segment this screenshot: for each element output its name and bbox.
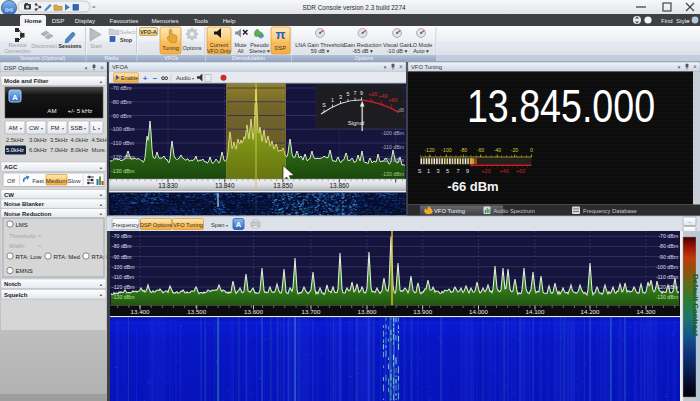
svg-text:VFOA: VFOA (112, 64, 128, 70)
svg-text:More.: More. (92, 147, 107, 153)
svg-text:DSP: DSP (275, 45, 287, 51)
svg-text:3.5kHz: 3.5kHz (50, 137, 68, 143)
svg-text:DSP Options: DSP Options (4, 65, 39, 71)
svg-text:Memories: Memories (151, 17, 178, 24)
svg-text:Auto ▾: Auto ▾ (413, 48, 429, 54)
svg-text:AM: AM (47, 107, 56, 114)
svg-text:+40: +40 (499, 168, 509, 174)
svg-text:▾: ▾ (62, 127, 64, 131)
svg-text:-60: -60 (477, 147, 485, 153)
svg-text:7: 7 (354, 90, 357, 96)
svg-text:13.840: 13.840 (215, 182, 235, 189)
svg-text:Select: Select (120, 29, 136, 35)
svg-text:−: − (153, 74, 158, 83)
svg-text:Default Contrast: Default Contrast (691, 274, 700, 337)
svg-text:5: 5 (446, 168, 449, 174)
svg-text:59 dB ▾: 59 dB ▾ (311, 48, 330, 54)
svg-text:Home: Home (24, 17, 42, 24)
svg-text:▾: ▾ (192, 76, 194, 81)
svg-text:VFO Tuning: VFO Tuning (434, 208, 465, 214)
svg-text:-80 dBm: -80 dBm (111, 99, 132, 105)
svg-text:-66 dBm: -66 dBm (447, 179, 498, 194)
svg-text:13.830: 13.830 (158, 182, 178, 189)
svg-text:Enable: Enable (121, 75, 138, 81)
svg-text:RTA: Low: RTA: Low (16, 254, 42, 260)
svg-text:Options: Options (183, 45, 202, 51)
svg-text:dB: dB (398, 107, 405, 113)
svg-text:3: 3 (436, 168, 439, 174)
svg-text:×: × (100, 64, 104, 71)
svg-text:RTA: Med: RTA: Med (54, 254, 80, 260)
svg-text:8.0kHz: 8.0kHz (70, 147, 88, 153)
svg-text:Medium: Medium (46, 178, 67, 184)
svg-text:SSB: SSB (70, 125, 82, 131)
svg-text:6.0kHz: 6.0kHz (29, 147, 47, 153)
svg-text:((o)): ((o)) (5, 7, 13, 12)
svg-text:DSP: DSP (52, 17, 65, 24)
svg-text:-110 dBm: -110 dBm (111, 140, 134, 146)
svg-text:S: S (322, 102, 326, 108)
svg-text:Display: Display (75, 17, 96, 24)
svg-text:Noise Reduction: Noise Reduction (4, 211, 52, 217)
svg-text:▾: ▾ (84, 127, 86, 131)
svg-text:-100: -100 (441, 147, 451, 153)
svg-text:9: 9 (360, 90, 363, 96)
svg-text:-100 dBm: -100 dBm (111, 126, 135, 132)
svg-text:Help: Help (223, 17, 236, 24)
svg-text:VFO-A: VFO-A (140, 29, 157, 35)
svg-text:Demodulation: Demodulation (232, 55, 265, 61)
svg-text:9: 9 (466, 168, 469, 174)
svg-text:-120 dBm: -120 dBm (656, 284, 679, 290)
svg-text:Width:: Width: (9, 243, 26, 249)
svg-text:-120: -120 (424, 147, 434, 153)
svg-text:LMS: LMS (16, 222, 28, 228)
svg-text:Network (Optional): Network (Optional) (20, 55, 65, 61)
svg-text:Signal: Signal (348, 120, 365, 126)
svg-text:4.5kH: 4.5kH (91, 137, 106, 143)
svg-text:-70 dBm: -70 dBm (111, 85, 132, 91)
svg-text:▾: ▾ (98, 127, 100, 131)
svg-text:Tools: Tools (194, 17, 208, 24)
svg-text:Squelch: Squelch (4, 292, 28, 298)
svg-text:▾: ▾ (41, 127, 43, 131)
svg-text:3.0kHz: 3.0kHz (29, 137, 47, 143)
svg-text:-65 dB ▾: -65 dB ▾ (352, 48, 373, 54)
svg-text:13.845.000: 13.845.000 (467, 79, 655, 132)
svg-text:VFO Only: VFO Only (207, 48, 231, 54)
svg-text:FM: FM (51, 125, 60, 131)
svg-text:=: = (92, 4, 96, 10)
svg-text:π: π (276, 27, 286, 42)
svg-text:-120 dBm: -120 dBm (112, 284, 135, 290)
svg-text:CW: CW (4, 192, 14, 198)
svg-text:VFO Tuning: VFO Tuning (411, 64, 442, 70)
svg-text:+/- 5 kHz: +/- 5 kHz (68, 107, 93, 114)
svg-text:CW: CW (29, 125, 39, 131)
svg-text:+40: +40 (378, 93, 387, 99)
svg-text:4.0kHz: 4.0kHz (70, 137, 88, 143)
svg-text:0: 0 (530, 147, 533, 153)
svg-text:Slow: Slow (67, 178, 81, 184)
svg-text:Off: Off (7, 178, 15, 184)
svg-text:-10 dB ▾: -10 dB ▾ (387, 48, 408, 54)
svg-text:-100 dBm: -100 dBm (382, 130, 405, 136)
svg-text:▾: ▾ (226, 223, 228, 228)
svg-text:Connection: Connection (4, 48, 30, 54)
svg-text:VFOs: VFOs (164, 55, 178, 61)
svg-text:-100 dBm: -100 dBm (656, 264, 679, 270)
svg-text:Noise Blanker: Noise Blanker (4, 201, 45, 207)
svg-text:-130 dBm: -130 dBm (656, 294, 679, 300)
svg-text:SDR Console version 2.3 build: SDR Console version 2.3 build 2274 (302, 4, 405, 11)
svg-text:Mode and Filter: Mode and Filter (4, 78, 49, 84)
svg-text:A: A (236, 220, 242, 229)
svg-text:7.0kHz: 7.0kHz (50, 147, 68, 153)
svg-text:-20: -20 (511, 147, 519, 153)
svg-text:1: 1 (331, 97, 334, 103)
svg-text:Stereo ▾: Stereo ▾ (249, 48, 270, 54)
svg-text:1: 1 (427, 168, 430, 174)
svg-text:-80 dBm: -80 dBm (112, 243, 132, 249)
svg-text:-130 dBm: -130 dBm (382, 171, 405, 177)
svg-text:-120 dBm: -120 dBm (382, 157, 405, 163)
svg-text:Stop: Stop (120, 37, 133, 43)
svg-text:Find: Find (661, 18, 673, 24)
svg-text:-90 dBm: -90 dBm (658, 254, 678, 260)
